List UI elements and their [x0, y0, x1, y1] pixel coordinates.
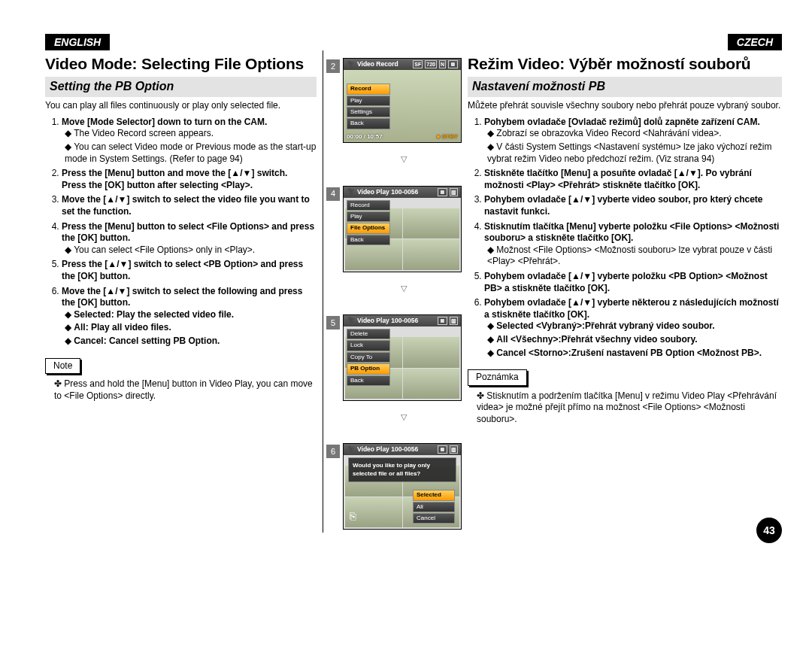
step-bullet-2: 2 [326, 59, 340, 73]
page-title-cz: Režim Video: Výběr možností souborů [468, 53, 782, 74]
step-1-cz: Pohybem ovladače [Ovladač režimů] dolů z… [484, 117, 782, 165]
copy-icon: ⎘ [350, 509, 356, 523]
section-heading-en: Setting the PB Option [45, 77, 317, 97]
note-text-cz: Stisknutím a podržením tlačítka [Menu] v… [477, 390, 782, 426]
step-3-cz: Pohybem ovladače [▲/▼] vyberte video sou… [484, 194, 782, 217]
step-4-cz: Stisknutím tlačítka [Menu] vyberte polož… [484, 221, 782, 268]
step-5-en: Press the [▲/▼] switch to select <PB Opt… [62, 259, 317, 282]
step-3-en: Move the [▲/▼] switch to select the vide… [62, 194, 317, 217]
device-screenshot-4: 4 🎥Video Play 100-0056🔲▥ Record Play Fil… [326, 186, 465, 272]
language-tag-czech: CZECH [728, 34, 782, 50]
step-6-cz: Pohybem ovladače [▲/▼] vyberte některou … [484, 297, 782, 359]
step-2-cz: Stiskněte tlačítko [Menu] a posuňte ovla… [484, 168, 782, 191]
intro-cz: Můžete přehrát souvisle všechny soubory … [468, 100, 782, 112]
step-6-en: Move the [▲/▼] switch to select the foll… [62, 286, 317, 348]
step-bullet-4: 4 [326, 187, 340, 201]
arrow-down-icon: ▽ [343, 411, 465, 422]
arrow-down-icon: ▽ [343, 153, 465, 164]
step-4-en: Press the [Menu] button to select <File … [62, 221, 317, 257]
page-title-en: Video Mode: Selecting File Options [45, 53, 317, 74]
device-screenshot-5: 5 🎥Video Play 100-0056🔲▥ Delete Lock Cop… [326, 314, 465, 401]
step-bullet-5: 5 [326, 316, 340, 329]
step-2-en: Press the [Menu] button and move the [▲/… [62, 168, 317, 191]
arrow-down-icon: ▽ [343, 283, 465, 293]
page-number: 43 [756, 518, 782, 543]
note-label-en: Note [45, 358, 80, 375]
intro-en: You can play all files continuously or p… [45, 100, 317, 112]
note-label-cz: Poznámka [468, 369, 527, 386]
step-1-en: Move [Mode Selector] down to turn on the… [62, 117, 317, 165]
section-heading-cz: Nastavení možnosti PB [468, 77, 782, 97]
note-text-en: Press and hold the [Menu] button in Vide… [54, 378, 317, 402]
step-bullet-6: 6 [326, 445, 340, 458]
device-screenshot-6: 6 🎥Video Play 100-0056🔲▥ Would you like … [326, 443, 465, 530]
language-tag-english: ENGLISH [45, 34, 110, 50]
device-screenshot-2: 2 🎥Video RecordSF720N🔲 Record Play Setti… [326, 58, 465, 143]
step-5-cz: Pohybem ovladače [▲/▼] vyberte položku <… [484, 271, 782, 294]
